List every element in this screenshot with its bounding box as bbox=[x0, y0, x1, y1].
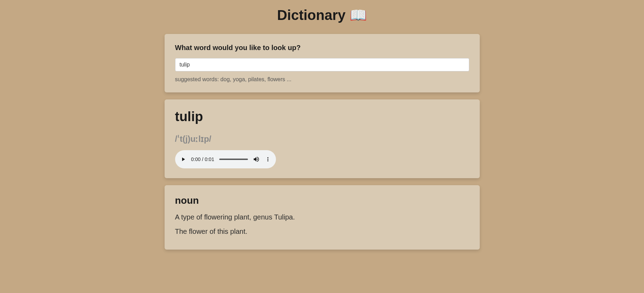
search-input[interactable] bbox=[175, 58, 469, 71]
audio-player[interactable]: 0:00 / 0:01 bbox=[175, 150, 276, 168]
audio-time: 0:00 / 0:01 bbox=[191, 156, 214, 162]
result-card: tulip /ˈt(j)uːlɪp/ 0:00 / 0:01 bbox=[165, 99, 480, 178]
more-icon[interactable] bbox=[265, 156, 271, 162]
result-word: tulip bbox=[175, 109, 469, 124]
search-card: What word would you like to look up? sug… bbox=[165, 34, 480, 92]
phonetic-text: /ˈt(j)uːlɪp/ bbox=[175, 134, 469, 144]
part-of-speech: noun bbox=[175, 195, 469, 206]
definition-item: The flower of this plant. bbox=[175, 228, 469, 236]
page-title: Dictionary 📖 bbox=[165, 7, 480, 23]
definition-card: noun A type of flowering plant, genus Tu… bbox=[165, 185, 480, 250]
play-icon[interactable] bbox=[180, 156, 186, 162]
search-label: What word would you like to look up? bbox=[175, 44, 469, 52]
audio-progress[interactable] bbox=[219, 159, 248, 160]
volume-icon[interactable] bbox=[253, 156, 260, 163]
search-hint: suggested words: dog, yoga, pilates, flo… bbox=[175, 76, 469, 83]
definition-item: A type of flowering plant, genus Tulipa. bbox=[175, 213, 469, 221]
